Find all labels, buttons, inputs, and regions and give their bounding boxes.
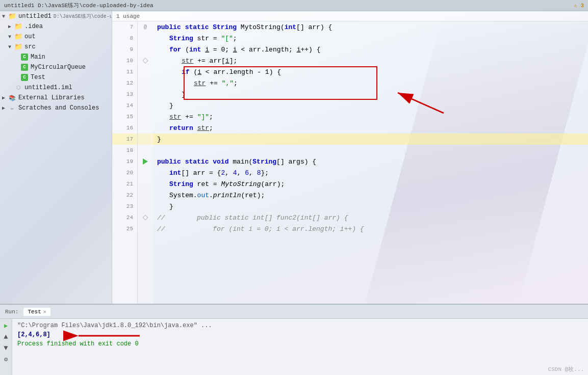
sidebar-item-label: untitled1: [18, 13, 52, 20]
line-num-9: 9: [112, 44, 137, 55]
gutter-11: [138, 66, 153, 77]
line-num-22: 22: [112, 190, 137, 201]
line-num-23: 23: [112, 201, 137, 212]
line-num-18: 18: [112, 145, 137, 156]
play-button[interactable]: ▶: [2, 321, 11, 330]
sidebar-item-out[interactable]: ▼ 📁 out: [0, 32, 112, 42]
gutter-21: [138, 178, 153, 190]
code-line-19: public static void main(String[] args) {: [153, 156, 588, 167]
sidebar-tree: ▼ 📁 untitled1 D:\JavaSE练习\code-uploaded-…: [0, 11, 112, 113]
line-numbers: 7 8 9 10 11 12 13 14 15 16 17 18 19 20 2…: [112, 21, 138, 304]
sidebar-item-test[interactable]: C Test: [0, 72, 112, 83]
bottom-tabs: Run: Test ✕: [0, 305, 588, 319]
scroll-down-button[interactable]: ▼: [2, 343, 11, 353]
line-num-21: 21: [112, 178, 137, 190]
class-icon: C: [20, 63, 29, 71]
gutter-8: [138, 33, 153, 44]
sidebar-item-label: Main: [31, 53, 45, 61]
sidebar-item-label: Scratches and Consoles: [18, 104, 99, 112]
sidebar-item-label: Test: [31, 74, 45, 81]
tab-test[interactable]: Test ✕: [23, 308, 50, 316]
gutter-16: [138, 122, 153, 133]
sidebar-item-label: .idea: [24, 23, 43, 30]
gutter-18: [138, 145, 153, 156]
code-line-24: // public static int[] func2(int[] arr) …: [153, 212, 588, 223]
code-line-11: if (i < arr.length - 1) {: [153, 66, 588, 77]
code-line-17: }: [153, 133, 588, 145]
gutter-22: [138, 190, 153, 201]
folder-icon: 📁: [8, 12, 16, 20]
sidebar-item-label: src: [24, 43, 36, 50]
gutter-17: [138, 133, 153, 145]
line-num-19: 19: [112, 156, 137, 167]
code-line-12: str += ",";: [153, 77, 588, 89]
run-label: Run:: [2, 308, 21, 316]
tree-arrow: ▼: [2, 14, 8, 19]
run-output: "C:\Program Files\Java\jdk1.8.0_192\bin\…: [12, 319, 588, 375]
gutter-13: [138, 89, 153, 100]
class-icon: C: [20, 73, 29, 82]
code-line-18: [153, 145, 588, 156]
run-toolbar: ▶ ▲ ▼ ⚙: [0, 319, 12, 375]
gutter-9: [138, 44, 153, 55]
sidebar-item-untitled1[interactable]: ▼ 📁 untitled1 D:\JavaSE练习\code-uploaded-…: [0, 11, 112, 21]
code-line-8: String str = "[";: [153, 33, 588, 44]
line-num-8: 8: [112, 33, 137, 44]
gutter-10: [138, 55, 153, 66]
code-line-15: str += "]";: [153, 111, 588, 122]
sidebar-item-mycircularqueue[interactable]: C MyCircularQueue: [0, 62, 112, 72]
gutter-7[interactable]: @: [138, 21, 153, 33]
gutter: @: [138, 21, 153, 304]
tab-close-button[interactable]: ✕: [43, 309, 46, 315]
code-lines-container: 7 8 9 10 11 12 13 14 15 16 17 18 19 20 2…: [112, 21, 588, 304]
scroll-up-button[interactable]: ▲: [2, 332, 11, 341]
code-line-16: return str;: [153, 122, 588, 133]
gutter-24: [138, 212, 153, 223]
usage-bar: 1 usage: [112, 11, 588, 21]
code-line-20: int[] arr = {2, 4, 6, 8};: [153, 167, 588, 178]
bottom-content: ▶ ▲ ▼ ⚙ "C:\Program Files\Java\jdk1.8.0_…: [0, 319, 588, 375]
code-content[interactable]: public static String MytoString(int[] ar…: [153, 21, 588, 304]
usage-label: 1 usage: [116, 13, 140, 19]
window-title: untitled1 D:\JavaSE练习\code-uploaded-by-i…: [4, 2, 154, 9]
line-num-11: 11: [112, 66, 137, 77]
gutter-25: [138, 223, 153, 234]
code-line-21: String ret = MytoString(arr);: [153, 178, 588, 190]
sidebar-item-iml[interactable]: ⬡ untitled1.iml: [0, 83, 112, 93]
watermark: CSDN @枚...: [548, 365, 584, 373]
sidebar-item-extlib[interactable]: ▶ 📚 External Libraries: [0, 93, 112, 103]
sidebar-item-label: untitled1.iml: [24, 84, 72, 91]
code-editor[interactable]: 1 usage 7 8 9 10 11 12 13 14 15 16 17 1: [112, 11, 588, 304]
gutter-12: [138, 77, 153, 89]
folder-icon: 📁: [14, 22, 22, 31]
code-line-14: }: [153, 100, 588, 111]
gutter-19[interactable]: [138, 156, 153, 167]
tree-arrow: ▶: [8, 23, 14, 30]
code-line-7: public static String MytoString(int[] ar…: [153, 21, 588, 33]
tree-arrow: ▼: [8, 44, 14, 50]
warning-badge: ⚠ 3: [574, 2, 584, 9]
run-gutter-icon: [143, 158, 148, 165]
gutter-15: [138, 111, 153, 122]
bottom-panel: Run: Test ✕ ▶ ▲ ▼ ⚙ "C:\Program Files\Ja…: [0, 304, 588, 375]
code-line-9: for (int i = 0; i < arr.length; i++) {: [153, 44, 588, 55]
line-num-15: 15: [112, 111, 137, 122]
sidebar-item-main[interactable]: C Main: [0, 52, 112, 62]
sidebar-item-src[interactable]: ▼ 📁 src: [0, 42, 112, 52]
line-num-16: 16: [112, 122, 137, 133]
line-num-12: 12: [112, 77, 137, 89]
sidebar-item-idea[interactable]: ▶ 📁 .idea: [0, 21, 112, 32]
class-icon: C: [20, 53, 29, 61]
editor-area: 1 usage 7 8 9 10 11 12 13 14 15 16 17 1: [112, 11, 588, 304]
code-line-23: }: [153, 201, 588, 212]
line-num-10: 10: [112, 55, 137, 66]
tab-label: Test: [28, 309, 41, 315]
path-label: D:\JavaSE练习\code-uploaded-b: [54, 13, 112, 20]
gutter-23: [138, 201, 153, 212]
line-num-14: 14: [112, 100, 137, 111]
code-line-13: }: [153, 89, 588, 100]
sidebar-item-scratches[interactable]: ▶ ✏ Scratches and Consoles: [0, 103, 112, 113]
settings-button[interactable]: ⚙: [2, 355, 11, 364]
folder-icon: 📁: [14, 33, 22, 41]
line-num-7: 7: [112, 21, 137, 33]
